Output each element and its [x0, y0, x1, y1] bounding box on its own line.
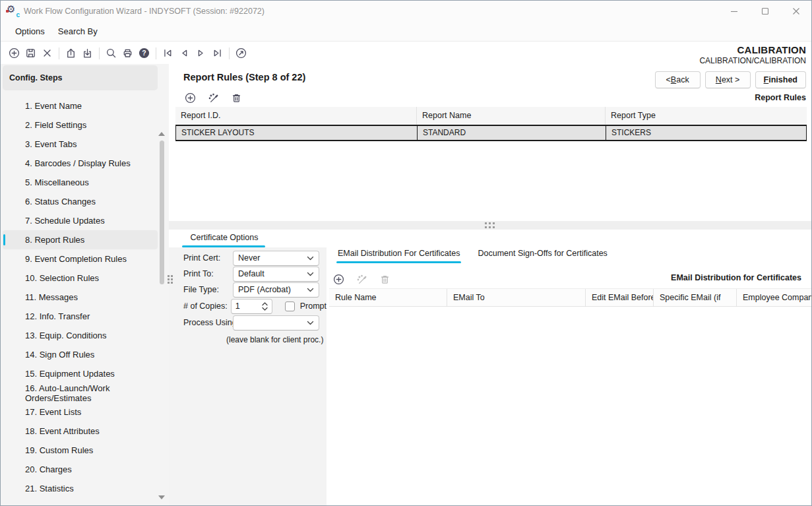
copies-stepper[interactable]: 1	[231, 299, 273, 314]
sidebar-item-schedule-updates[interactable]: 7. Schedule Updates	[3, 211, 158, 230]
file-type-label: File Type:	[183, 285, 233, 294]
export-icon[interactable]	[63, 46, 79, 61]
report-rules-table-header: Report I.D. Report Name Report Type	[175, 107, 807, 125]
sidebar-item-statistics[interactable]: 21. Statistics	[3, 479, 158, 498]
tab-email-distribution[interactable]: EMail Distribution For Certificates	[338, 249, 460, 263]
sidebar-item-report-rules[interactable]: 8. Report Rules	[3, 230, 158, 249]
edit-wand-icon[interactable]	[354, 271, 370, 287]
import-icon[interactable]	[79, 46, 96, 61]
prompt-checkbox[interactable]	[285, 301, 294, 311]
entity-subtitle: CALIBRATION/CALIBRATION	[655, 56, 806, 65]
splitter-grip-icon	[168, 275, 173, 284]
sidebar-item-event-attributes[interactable]: 18. Event Attributes	[3, 422, 158, 441]
file-type-select[interactable]: PDF (Acrobat)	[233, 282, 319, 298]
cell-report-id: STICKER LAYOUTS	[176, 126, 418, 140]
scroll-down-arrow-icon[interactable]	[158, 495, 165, 499]
add-icon[interactable]	[330, 271, 347, 287]
trash-icon[interactable]	[228, 90, 245, 106]
column-header-email-to[interactable]: EMail To	[447, 289, 586, 306]
chevron-down-icon[interactable]	[262, 307, 268, 311]
sidebar-item-event-tabs[interactable]: 3. Event Tabs	[3, 135, 158, 154]
sidebar-item-event-completion-rules[interactable]: 9. Event Completion Rules	[3, 249, 158, 269]
help-icon[interactable]: ?	[136, 46, 152, 61]
sidebar-item-status-changes[interactable]: 6. Status Changes	[3, 192, 158, 211]
last-record-icon[interactable]	[209, 46, 226, 61]
finished-button[interactable]: Finished	[755, 71, 806, 88]
edit-wand-icon[interactable]	[205, 90, 222, 106]
sidebar-item-equipment-updates[interactable]: 15. Equipment Updates	[3, 364, 158, 383]
column-header-report-id[interactable]: Report I.D.	[175, 107, 417, 125]
certificate-tabstrip: Certificate Options	[169, 230, 327, 247]
scroll-up-arrow-icon[interactable]	[158, 132, 165, 136]
titlebar: ⚙ c Work Flow Configuration Wizard - IND…	[1, 1, 811, 22]
sidebar-item-info-transfer[interactable]: 12. Info. Transfer	[3, 307, 158, 326]
tab-certificate-options[interactable]: Certificate Options	[175, 231, 273, 247]
search-icon[interactable]	[103, 46, 119, 61]
column-header-employee-company[interactable]: Employee Compan	[737, 289, 811, 306]
email-toolbar	[330, 271, 393, 287]
sidebar-item-event-lists[interactable]: 17. Event Lists	[3, 402, 158, 422]
sidebar-item-custom-rules[interactable]: 19. Custom Rules	[3, 441, 158, 460]
selection-indicator	[3, 234, 5, 245]
column-header-specific-email[interactable]: Specific EMail (if	[654, 289, 737, 306]
save-icon[interactable]	[22, 46, 39, 61]
certificate-options-panel: Certificate Options Print Cert: Never Pr…	[169, 230, 327, 505]
sidebar-item-auto-launch[interactable]: 16. Auto-Launch/Work Orders/Estimates	[3, 383, 158, 402]
page-title: Report Rules (Step 8 of 22)	[183, 72, 305, 82]
sidebar-item-barcodes[interactable]: 4. Barcodes / Display Rules	[3, 154, 158, 173]
email-table-header: Rule Name EMail To Edit EMail Before Sen…	[329, 288, 811, 307]
chevron-down-icon	[307, 272, 314, 276]
trash-icon[interactable]	[377, 271, 393, 287]
add-icon[interactable]	[182, 90, 199, 106]
splitter-grip-icon	[485, 222, 495, 229]
column-header-rule-name[interactable]: Rule Name	[329, 289, 447, 306]
chevron-down-icon	[307, 321, 314, 325]
menubar: Options Search By	[1, 22, 811, 42]
sidebar-scrollbar-thumb[interactable]	[160, 141, 164, 284]
delete-icon[interactable]	[39, 46, 55, 61]
sidebar-item-equip-conditions[interactable]: 13. Equip. Conditions	[3, 326, 158, 345]
first-record-icon[interactable]	[160, 46, 176, 61]
window-controls	[718, 1, 811, 22]
print-to-label: Print To:	[183, 269, 233, 278]
column-header-edit-email[interactable]: Edit EMail Before Senc	[586, 289, 654, 306]
sidebar-item-charges[interactable]: 20. Charges	[3, 460, 158, 479]
sidebar-item-field-settings[interactable]: 2. Field Settings	[3, 115, 158, 135]
tab-document-sign-offs[interactable]: Document Sign-Offs for Certificates	[478, 249, 607, 263]
navigate-compass-icon[interactable]	[233, 46, 249, 61]
minimize-button[interactable]	[718, 1, 749, 22]
column-header-report-name[interactable]: Report Name	[417, 107, 606, 125]
report-rules-toolbar	[182, 90, 245, 106]
email-distribution-panel: EMail Distribution For Certificates Docu…	[327, 230, 811, 505]
next-button[interactable]: Next >	[705, 71, 751, 88]
report-rules-table: Report I.D. Report Name Report Type STIC…	[175, 107, 807, 141]
vertical-splitter[interactable]	[168, 275, 173, 284]
print-cert-select[interactable]: Never	[233, 251, 319, 266]
add-icon[interactable]	[6, 46, 22, 61]
sidebar-item-sign-off-rules[interactable]: 14. Sign Off Rules	[3, 345, 158, 364]
print-icon[interactable]	[119, 46, 136, 61]
sidebar-item-event-name[interactable]: 1. Event Name	[3, 96, 158, 115]
next-record-icon[interactable]	[193, 46, 209, 61]
maximize-button[interactable]	[749, 1, 780, 22]
chevron-down-icon	[307, 256, 314, 261]
sidebar-header: Config. Steps	[3, 65, 158, 90]
chevron-up-icon[interactable]	[262, 302, 268, 306]
sidebar-item-selection-rules[interactable]: 10. Selection Rules	[3, 269, 158, 288]
app-gear-icon: ⚙ c	[7, 5, 18, 17]
menu-options[interactable]: Options	[15, 26, 45, 36]
window-title: Work Flow Configuration Wizard - INDYSOF…	[24, 7, 265, 16]
previous-record-icon[interactable]	[176, 46, 193, 61]
back-button[interactable]: < Back	[655, 71, 701, 88]
print-to-select[interactable]: Default	[233, 267, 319, 282]
process-using-select[interactable]	[233, 315, 319, 331]
close-button[interactable]	[780, 1, 811, 22]
table-row-selected[interactable]: STICKER LAYOUTS STANDARD STICKERS	[175, 125, 807, 141]
column-header-report-type[interactable]: Report Type	[606, 107, 807, 125]
menu-search-by[interactable]: Search By	[58, 26, 98, 36]
cell-report-name: STANDARD	[418, 126, 606, 140]
grid-caption: Report Rules	[755, 93, 806, 102]
sidebar-item-messages[interactable]: 11. Messages	[3, 288, 158, 307]
sidebar-item-miscellaneous[interactable]: 5. Miscellaneous	[3, 173, 158, 192]
horizontal-splitter[interactable]	[169, 221, 811, 230]
